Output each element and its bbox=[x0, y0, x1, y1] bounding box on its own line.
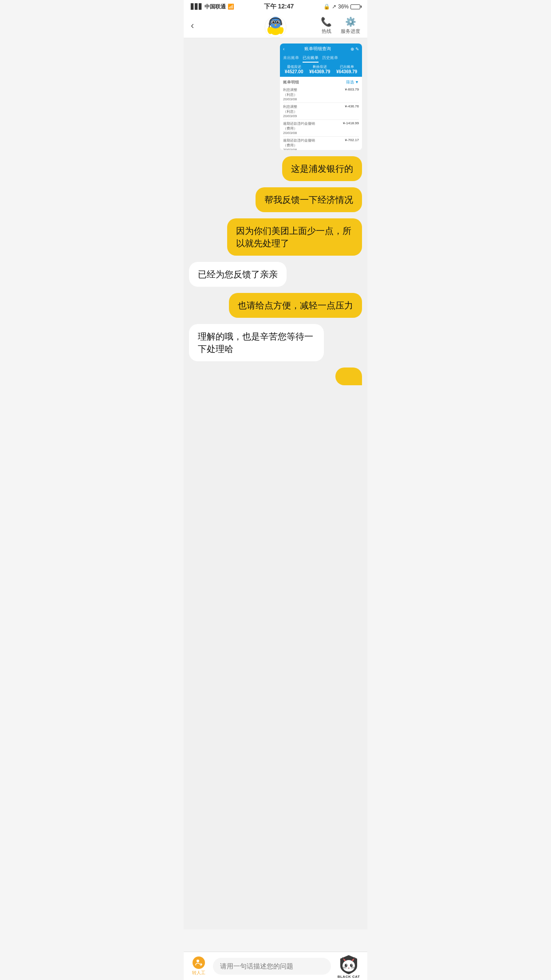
progress-label: 服务进度 bbox=[341, 28, 360, 35]
bot-message-2-text: 理解的哦，也是辛苦您等待一下处理哈 bbox=[198, 332, 313, 354]
bs-amounts: 最低应还 ¥4527.00 剩余应还 ¥64369.79 已出账单 ¥64369… bbox=[280, 63, 362, 77]
svg-rect-11 bbox=[280, 22, 282, 25]
svg-point-5 bbox=[272, 21, 275, 23]
hotline-label: 热线 bbox=[322, 28, 331, 35]
phone-icon: 📞 bbox=[321, 16, 332, 27]
bot-message-2: 理解的哦，也是辛苦您等待一下处理哈 bbox=[189, 324, 324, 361]
status-right-group: 🔒 ↗ 36% bbox=[323, 4, 360, 10]
user-message-2-text: 帮我反馈一下经济情况 bbox=[264, 195, 353, 205]
bot-message-1-text: 已经为您反馈了亲亲 bbox=[198, 269, 278, 279]
bs-billed-label: 已出账单 bbox=[336, 64, 357, 69]
image-message[interactable]: ‹ 账单明细查询 ⊕ ✎ 未出账单 已出账单 历史账单 最低应还 ¥4527.0… bbox=[280, 43, 362, 150]
bs-tab-1: 未出账单 bbox=[283, 55, 299, 63]
bot-message-1: 已经为您反馈了亲亲 bbox=[189, 262, 287, 287]
bs-remaining: 剩余应还 ¥64369.79 bbox=[309, 64, 330, 74]
service-progress-button[interactable]: ⚙️ 服务进度 bbox=[341, 16, 360, 35]
bs-title: 账单明细查询 bbox=[304, 46, 331, 52]
bs-remaining-label: 剩余应还 bbox=[309, 64, 330, 69]
bs-tab-3: 历史账单 bbox=[322, 55, 338, 63]
hotline-button[interactable]: 📞 热线 bbox=[321, 16, 332, 35]
bank-statement-image: ‹ 账单明细查询 ⊕ ✎ 未出账单 已出账单 历史账单 最低应还 ¥4527.0… bbox=[280, 43, 362, 150]
user-message-1: 这是浦发银行的 bbox=[282, 156, 362, 181]
bs-row-1: 利息调整（利息）20/03/08 ¥-603.79 bbox=[283, 86, 359, 103]
bs-row-3: 逾期还款违约金撤销（费用）20/03/08 ¥-1418.99 bbox=[283, 120, 359, 137]
bs-tab-2: 已出账单 bbox=[303, 55, 319, 63]
bs-body: 账单明细 筛选 ▼ 利息调整（利息）20/03/08 ¥-603.79 利息调整… bbox=[280, 77, 362, 150]
bs-header: ‹ 账单明细查询 ⊕ ✎ bbox=[280, 43, 362, 54]
bs-filter-button[interactable]: 筛选 ▼ bbox=[346, 79, 359, 85]
nav-bar: ‹ bbox=[184, 13, 367, 38]
bs-section-header: 账单明细 筛选 ▼ bbox=[283, 78, 359, 86]
nav-actions: 📞 热线 ⚙️ 服务进度 bbox=[321, 16, 360, 35]
status-bar: ▋▋▋ 中国联通 📶 下午 12:47 🔒 ↗ 36% bbox=[184, 0, 367, 13]
lock-icon: 🔒 bbox=[323, 4, 330, 10]
battery-percent: 36% bbox=[338, 4, 349, 10]
carrier-signal: ▋▋▋ 中国联通 📶 bbox=[191, 3, 234, 11]
user-message-3-text: 因为你们美团上面少一点，所以就先处理了 bbox=[236, 226, 351, 248]
battery-icon bbox=[350, 4, 360, 9]
mascot-avatar bbox=[264, 15, 287, 39]
status-time: 下午 12:47 bbox=[264, 3, 294, 11]
svg-point-6 bbox=[277, 21, 279, 23]
user-message-2: 帮我反馈一下经济情况 bbox=[256, 187, 362, 212]
progress-icon: ⚙️ bbox=[345, 16, 356, 27]
user-message-4: 也请给点方便，减轻一点压力 bbox=[229, 293, 362, 318]
bs-billed: 已出账单 ¥64369.79 bbox=[336, 64, 357, 74]
user-message-1-text: 这是浦发银行的 bbox=[291, 164, 353, 174]
bs-row-2: 利息调整（利息）20/03/09 ¥-436.76 bbox=[283, 103, 359, 120]
back-button[interactable]: ‹ bbox=[191, 21, 207, 31]
signal-bars: ▋▋▋ bbox=[191, 4, 203, 10]
chat-area: ‹ 账单明细查询 ⊕ ✎ 未出账单 已出账单 历史账单 最低应还 ¥4527.0… bbox=[184, 38, 367, 929]
user-message-3: 因为你们美团上面少一点，所以就先处理了 bbox=[227, 218, 362, 256]
bs-min-label: 最低应还 bbox=[285, 64, 303, 69]
bs-tabs: 未出账单 已出账单 历史账单 bbox=[280, 54, 362, 63]
bs-row-4: 逾期还款违约金撤销（费用）20/03/08 ¥-702.17 bbox=[283, 137, 359, 150]
bs-min-payment: 最低应还 ¥4527.00 bbox=[285, 64, 303, 74]
avatar-container bbox=[264, 15, 287, 37]
user-message-5-partial bbox=[335, 368, 362, 385]
user-message-4-text: 也请给点方便，减轻一点压力 bbox=[238, 300, 353, 310]
carrier-name: 中国联通 bbox=[205, 3, 226, 11]
location-icon: ↗ bbox=[332, 4, 336, 10]
bs-detail-label: 账单明细 bbox=[283, 79, 299, 85]
wifi-icon: 📶 bbox=[228, 4, 234, 10]
